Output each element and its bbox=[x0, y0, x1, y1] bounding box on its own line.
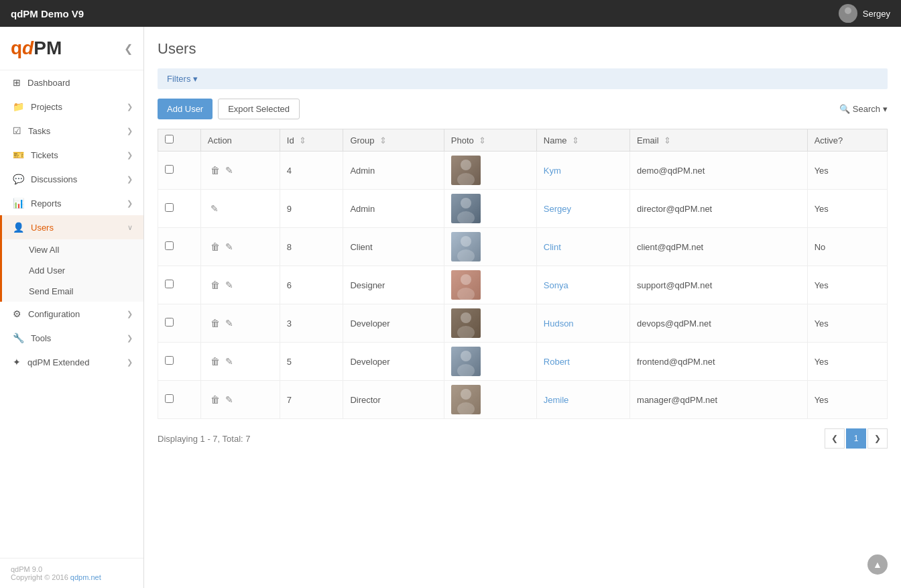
tickets-icon: 🎫 bbox=[13, 150, 24, 160]
table-row: 🗑✎6Designer Sonyasupport@qdPM.netYes bbox=[158, 266, 888, 304]
svg-point-7 bbox=[457, 249, 475, 261]
sidebar-item-qdpm-extended[interactable]: ✦ qdPM Extended ❯ bbox=[0, 350, 143, 374]
svg-point-8 bbox=[461, 274, 471, 285]
pagination-info: Displaying 1 - 7, Total: 7 bbox=[158, 434, 251, 444]
sidebar-item-tasks[interactable]: ☑ Tasks ❯ bbox=[0, 119, 143, 143]
users-icon: 👤 bbox=[13, 222, 24, 233]
svg-point-13 bbox=[457, 364, 475, 376]
cell-email: support@qdPM.net bbox=[630, 266, 808, 304]
discussions-icon: 💬 bbox=[13, 174, 24, 184]
col-photo: Photo ⇕ bbox=[444, 129, 536, 152]
cell-name: Robert bbox=[536, 343, 629, 381]
svg-point-15 bbox=[457, 402, 475, 414]
cell-email: manager@qdPM.net bbox=[630, 381, 808, 419]
svg-point-0 bbox=[845, 7, 851, 14]
row-checkbox[interactable] bbox=[165, 394, 174, 403]
toolbar-left: Add User Export Selected bbox=[158, 99, 300, 119]
edit-button[interactable]: ✎ bbox=[223, 164, 236, 177]
sidebar-item-tickets[interactable]: 🎫 Tickets ❯ bbox=[0, 143, 143, 167]
delete-button[interactable]: 🗑 bbox=[208, 316, 223, 330]
row-checkbox[interactable] bbox=[165, 241, 174, 250]
user-photo bbox=[451, 385, 481, 414]
sidebar-item-dashboard[interactable]: ⊞ Dashboard bbox=[0, 70, 143, 95]
qdpm-link[interactable]: qdpm.net bbox=[70, 573, 101, 581]
page-title: Users bbox=[158, 40, 888, 58]
svg-point-10 bbox=[461, 312, 471, 323]
username: Sergey bbox=[863, 9, 890, 19]
row-checkbox[interactable] bbox=[165, 356, 174, 365]
sidebar-item-projects[interactable]: 📁 Projects ❯ bbox=[0, 95, 143, 119]
row-checkbox[interactable] bbox=[165, 318, 174, 327]
delete-button[interactable]: 🗑 bbox=[208, 355, 223, 368]
scroll-to-top-button[interactable]: ▲ bbox=[867, 554, 888, 575]
svg-point-11 bbox=[457, 326, 475, 338]
user-photo bbox=[451, 270, 481, 300]
table-header-row: Action Id ⇕ Group ⇕ Photo ⇕ Name ⇕ Email… bbox=[158, 129, 888, 152]
user-name-link[interactable]: Sergey bbox=[544, 204, 571, 214]
sort-icon: ⇕ bbox=[572, 135, 579, 145]
cell-photo bbox=[444, 190, 536, 228]
sidebar-footer: qdPM 9.0 Copyright © 2016 qdpm.net bbox=[0, 558, 143, 588]
user-photo bbox=[451, 308, 481, 338]
subnav-add-user[interactable]: Add User bbox=[2, 260, 143, 281]
prev-page-button[interactable]: ❮ bbox=[825, 428, 845, 449]
user-name-link[interactable]: Robert bbox=[544, 357, 570, 367]
row-checkbox[interactable] bbox=[165, 280, 174, 288]
svg-point-2 bbox=[461, 160, 471, 170]
tools-icon: 🔧 bbox=[13, 333, 24, 343]
table-row: 🗑✎5Developer Robertfrontend@qdPM.netYes bbox=[158, 343, 888, 381]
table-row: 🗑✎7Director Jemilemanager@qdPM.netYes bbox=[158, 381, 888, 419]
delete-button[interactable]: 🗑 bbox=[208, 240, 223, 253]
cell-active: Yes bbox=[807, 304, 887, 343]
export-selected-button[interactable]: Export Selected bbox=[218, 99, 300, 119]
edit-button[interactable]: ✎ bbox=[223, 393, 236, 406]
user-photo bbox=[451, 194, 481, 223]
user-name-link[interactable]: Hudson bbox=[544, 318, 574, 329]
table-row: 🗑✎8Client Clintclient@qdPM.netNo bbox=[158, 228, 888, 266]
subnav-view-all[interactable]: View All bbox=[2, 239, 143, 260]
edit-button[interactable]: ✎ bbox=[223, 278, 236, 292]
edit-button[interactable]: ✎ bbox=[223, 240, 236, 253]
cell-name: Sonya bbox=[536, 266, 629, 304]
delete-button[interactable]: 🗑 bbox=[208, 393, 223, 406]
edit-button[interactable]: ✎ bbox=[223, 355, 236, 368]
sidebar-item-users[interactable]: 👤 Users ∨ bbox=[0, 215, 143, 239]
cell-id: 8 bbox=[280, 228, 343, 266]
sidebar-nav: ⊞ Dashboard 📁 Projects ❯ ☑ Tasks ❯ 🎫 Tic… bbox=[0, 70, 143, 558]
table-row: 🗑✎4Admin Kymdemo@qdPM.netYes bbox=[158, 152, 888, 190]
cell-email: demo@qdPM.net bbox=[630, 152, 808, 190]
sidebar-item-tools[interactable]: 🔧 Tools ❯ bbox=[0, 326, 143, 350]
table-row: 🗑✎3Developer Hudsondevops@qdPM.netYes bbox=[158, 304, 888, 343]
row-checkbox[interactable] bbox=[165, 203, 174, 212]
next-page-button[interactable]: ❯ bbox=[867, 428, 888, 449]
edit-button[interactable]: ✎ bbox=[208, 202, 221, 215]
configuration-icon: ⚙ bbox=[13, 308, 21, 319]
user-name-link[interactable]: Sonya bbox=[544, 280, 568, 290]
filters-button[interactable]: Filters ▾ bbox=[167, 74, 198, 84]
main-content: Users Filters ▾ Add User Export Selected… bbox=[144, 27, 901, 588]
sidebar-item-configuration[interactable]: ⚙ Configuration ❯ bbox=[0, 302, 143, 326]
delete-button[interactable]: 🗑 bbox=[208, 164, 223, 177]
subnav-send-email[interactable]: Send Email bbox=[2, 281, 143, 302]
col-checkbox bbox=[158, 129, 201, 152]
page-1-button[interactable]: 1 bbox=[846, 428, 866, 449]
avatar bbox=[839, 4, 857, 23]
user-name-link[interactable]: Clint bbox=[544, 242, 561, 252]
chevron-right-icon: ❯ bbox=[127, 127, 133, 135]
sidebar-collapse-button[interactable]: ❮ bbox=[124, 42, 133, 55]
edit-button[interactable]: ✎ bbox=[223, 316, 236, 330]
cell-id: 5 bbox=[280, 343, 343, 381]
cell-photo bbox=[444, 228, 536, 266]
sidebar-item-reports[interactable]: 📊 Reports ❯ bbox=[0, 191, 143, 215]
cell-photo bbox=[444, 304, 536, 343]
add-user-button[interactable]: Add User bbox=[158, 99, 213, 119]
search-area[interactable]: 🔍 Search ▾ bbox=[839, 104, 888, 114]
delete-button[interactable]: 🗑 bbox=[208, 278, 223, 292]
select-all-checkbox[interactable] bbox=[165, 135, 174, 143]
row-checkbox[interactable] bbox=[165, 165, 174, 174]
cell-group: Developer bbox=[343, 343, 444, 381]
dashboard-icon: ⊞ bbox=[13, 77, 21, 88]
user-name-link[interactable]: Kym bbox=[544, 166, 561, 176]
sidebar-item-discussions[interactable]: 💬 Discussions ❯ bbox=[0, 167, 143, 191]
user-name-link[interactable]: Jemile bbox=[544, 395, 569, 405]
